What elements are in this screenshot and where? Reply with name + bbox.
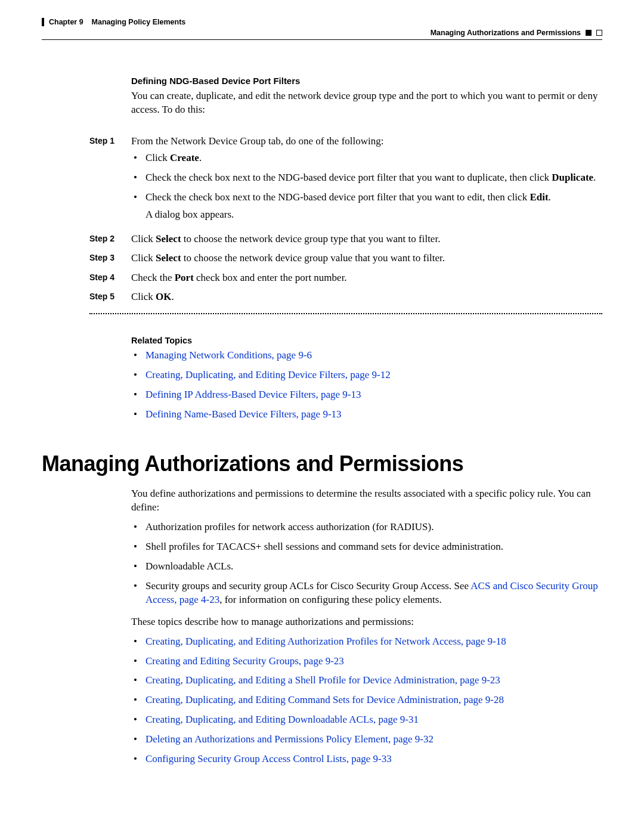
header-bar-icon [42, 18, 44, 26]
header-square-open-icon [596, 30, 602, 36]
topic-link[interactable]: Creating and Editing Security Groups, pa… [145, 655, 344, 667]
related-topics-heading: Related Topics [131, 336, 602, 345]
section-intro: You can create, duplicate, and edit the … [131, 89, 602, 117]
related-link[interactable]: Defining IP Address-Based Device Filters… [145, 389, 361, 400]
steps-block: Step 1 From the Network Device Group tab… [42, 134, 602, 305]
step-text: Click OK. [131, 289, 602, 305]
step-label: Step 3 [89, 250, 131, 266]
step-text: Click Select to choose the network devic… [131, 250, 602, 266]
h1-managing-authorizations: Managing Authorizations and Permissions [42, 451, 602, 476]
header-section-right: Managing Authorizations and Permissions [431, 29, 581, 37]
topic-link[interactable]: Configuring Security Group Access Contro… [145, 753, 392, 764]
step-label: Step 4 [89, 270, 131, 286]
step1-bullet: Check the check box next to the NDG-base… [131, 191, 602, 222]
chapter-number: Chapter 9 [49, 18, 83, 26]
related-link[interactable]: Creating, Duplicating, and Editing Devic… [145, 369, 391, 380]
step-label: Step 5 [89, 289, 131, 305]
step1-bullet: Click Create. [131, 151, 602, 165]
header-square-filled-icon [586, 30, 592, 36]
topic-link[interactable]: Creating, Duplicating, and Editing Downl… [145, 714, 419, 725]
step-label: Step 1 [89, 134, 131, 228]
define-list: Authorization profiles for network acces… [131, 521, 602, 607]
define-item: Shell profiles for TACACS+ shell session… [131, 540, 602, 554]
topic-link[interactable]: Deleting an Authorizations and Permissio… [145, 733, 434, 745]
topic-links-list: Creating, Duplicating, and Editing Autho… [131, 635, 602, 767]
step-text: From the Network Device Group tab, do on… [131, 135, 384, 147]
step-text: Click Select to choose the network devic… [131, 231, 602, 247]
step1-bullet: Check the check box next to the NDG-base… [131, 171, 602, 185]
related-link[interactable]: Defining Name-Based Device Filters, page… [145, 408, 342, 420]
topics-intro: These topics describe how to manage auth… [131, 615, 602, 629]
page-header: Chapter 9 Managing Policy Elements Manag… [42, 18, 602, 40]
topic-link[interactable]: Creating, Duplicating, and Editing Comma… [145, 694, 504, 705]
step1-trail: A dialog box appears. [145, 208, 602, 222]
define-item: Security groups and security group ACLs … [131, 580, 602, 607]
step-label: Step 2 [89, 231, 131, 247]
define-item: Downloadable ACLs. [131, 560, 602, 574]
related-topics-list: Managing Network Conditions, page 9-6 Cr… [131, 349, 602, 422]
dotted-divider [89, 313, 602, 314]
step-text: Check the Port check box and enter the p… [131, 270, 602, 286]
section-title-ndg-filters: Defining NDG-Based Device Port Filters [131, 76, 602, 86]
auth-intro: You define authorizations and permission… [131, 487, 602, 515]
chapter-title: Managing Policy Elements [92, 18, 186, 26]
related-link[interactable]: Managing Network Conditions, page 9-6 [145, 349, 312, 361]
topic-link[interactable]: Creating, Duplicating, and Editing a She… [145, 674, 500, 686]
topic-link[interactable]: Creating, Duplicating, and Editing Autho… [145, 636, 506, 647]
define-item: Authorization profiles for network acces… [131, 521, 602, 534]
